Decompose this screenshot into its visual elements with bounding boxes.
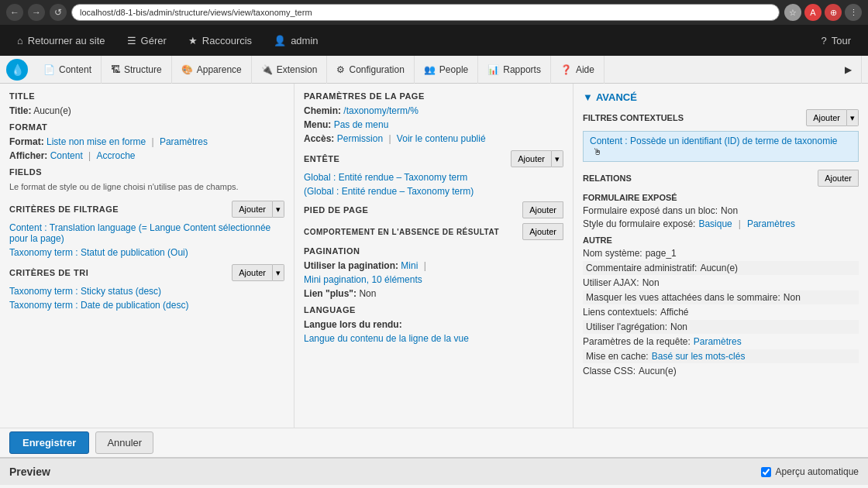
annuler-button[interactable]: Annuler (95, 431, 153, 454)
avance-title: ▼ AVANCÉ (583, 91, 859, 103)
format-value-link[interactable]: Liste non mise en forme (46, 136, 146, 147)
entete-item-2[interactable]: (Global : Entité rendue – Taxonomy term) (304, 186, 563, 197)
filtrage-item-1[interactable]: Content : Translation language (= Langue… (9, 222, 284, 244)
fields-description: Le format de style ou de ligne choisi n'… (9, 181, 284, 193)
preview-auto-label: Aperçu automatique (776, 466, 859, 477)
mise-cache-label: Mise en cache: (586, 351, 649, 362)
autre-section-header: AUTRE (583, 235, 859, 245)
acces-value[interactable]: Permission (337, 133, 383, 144)
back-button[interactable]: ← (6, 4, 23, 21)
form-expose-value: Non (721, 205, 738, 216)
manage-nav-item[interactable]: ☰ Gérer (116, 25, 177, 56)
title-field-row: Title: Aucun(e) (9, 105, 284, 116)
chemin-value[interactable]: /taxonomy/term/% (343, 105, 418, 116)
filtres-section-row: FILTRES CONTEXTUELS Ajouter ▾ (583, 109, 859, 126)
nom-sys-row: Nom système: page_1 (583, 248, 859, 259)
expand-icon: ▶ (845, 64, 852, 75)
entete-dropdown-button[interactable]: ▾ (552, 150, 563, 167)
format-label: Format: (9, 136, 44, 147)
relations-ajouter-button[interactable]: Ajouter (818, 170, 859, 187)
acces-link[interactable]: Voir le contenu publié (397, 133, 486, 144)
nav-aide[interactable]: ❓ Aide (551, 56, 604, 84)
langue-row: Langue lors du rendu: (304, 319, 563, 330)
form-expose-row: Formulaire exposé dans un bloc: Non (583, 205, 859, 216)
browser-bar: ← → ↺ ☆ A ⊕ ⋮ (0, 0, 868, 25)
left-panel: TITLE Title: Aucun(e) FORMAT Format: Lis… (0, 84, 294, 428)
home-nav-item[interactable]: ⌂ Retourner au site (6, 25, 116, 56)
forward-button[interactable]: → (28, 4, 45, 21)
afficher-value-link[interactable]: Content (50, 150, 83, 161)
acces-row: Accès: Permission | Voir le contenu publ… (304, 133, 563, 144)
filtres-ajouter-button[interactable]: Ajouter (806, 109, 847, 126)
profile-icon-2[interactable]: ⊕ (825, 4, 842, 21)
preview-auto-checkbox[interactable] (761, 467, 771, 477)
manage-icon: ☰ (127, 35, 136, 46)
tri-dropdown-button[interactable]: ▾ (273, 264, 284, 281)
help-nav-item[interactable]: ? Tour (810, 25, 862, 56)
style-form-value[interactable]: Basique (698, 218, 732, 229)
enregistrer-button[interactable]: Enregistrer (9, 431, 89, 454)
nav-content[interactable]: 📄 Content (34, 56, 102, 84)
filtrage-item-2[interactable]: Taxonomy term : Statut de publication (O… (9, 247, 284, 258)
pagination-header: PAGINATION (304, 246, 563, 256)
filtrage-dropdown-button[interactable]: ▾ (273, 201, 284, 218)
comportement-ajouter-button[interactable]: Ajouter (522, 223, 563, 240)
comportement-btn-group: Ajouter (522, 223, 563, 240)
star-icon[interactable]: ☆ (784, 4, 801, 21)
tri-ajouter-button[interactable]: Ajouter (232, 264, 273, 281)
comportement-section-row: COMPORTEMENT EN L'ABSENCE DE RÉSULTAT Aj… (304, 223, 563, 240)
langue-link[interactable]: Langue du contenu de la ligne de la vue (304, 333, 563, 344)
style-form-params-link[interactable]: Paramètres (747, 218, 795, 229)
afficher-accroche-link[interactable]: Accroche (97, 150, 136, 161)
commentaire-value: Aucun(e) (700, 263, 738, 273)
classe-value: Aucun(e) (639, 366, 677, 376)
admin-nav-item[interactable]: 👤 admin (263, 25, 329, 56)
pagination-label: Utiliser la pagination: (304, 260, 398, 271)
tri-item-2[interactable]: Taxonomy term : Date de publication (des… (9, 300, 284, 311)
shortcuts-nav-item[interactable]: ★ Raccourcis (177, 25, 263, 56)
lien-row: Lien "plus": Non (304, 288, 563, 299)
params-requete-value[interactable]: Paramètres (694, 336, 742, 347)
filtrage-btn-group: Ajouter ▾ (232, 201, 284, 218)
url-bar[interactable] (71, 4, 780, 21)
nav-structure[interactable]: 🏗 Structure (102, 56, 172, 84)
reload-button[interactable]: ↺ (50, 4, 67, 21)
menu-icon[interactable]: ⋮ (845, 4, 862, 21)
nav-extension[interactable]: 🔌 Extension (252, 56, 328, 84)
structure-label: Structure (124, 64, 162, 75)
menu-value[interactable]: Pas de menu (334, 119, 389, 130)
nav-apparence[interactable]: 🎨 Apparence (172, 56, 252, 84)
agregation-row: Utiliser l'agrégation: Non (583, 320, 859, 334)
entete-item-1[interactable]: Global : Entité rendue – Taxonomy term (304, 172, 563, 183)
contextual-filter-link[interactable]: Content : Possède un identifiant (ID) de… (590, 136, 838, 146)
nav-people[interactable]: 👥 People (415, 56, 478, 84)
profile-icon-1[interactable]: A (804, 4, 822, 21)
people-label: People (439, 64, 468, 75)
tri-item-1[interactable]: Taxonomy term : Sticky status (desc) (9, 286, 284, 297)
masquer-row: Masquer les vues attachées dans le somma… (583, 290, 859, 304)
nav-configuration[interactable]: ⚙ Configuration (327, 56, 414, 84)
rapports-icon: 📊 (487, 64, 499, 75)
shortcuts-icon: ★ (188, 35, 198, 46)
manage-label: Gérer (141, 35, 167, 46)
avance-label[interactable]: AVANCÉ (596, 91, 637, 103)
nav-rapports[interactable]: 📊 Rapports (478, 56, 551, 84)
filtres-dropdown-button[interactable]: ▾ (847, 109, 859, 126)
language-header: LANGUAGE (304, 305, 563, 314)
entete-ajouter-button[interactable]: Ajouter (511, 150, 552, 167)
pagination-value[interactable]: Mini (401, 260, 418, 271)
lien-value: Non (359, 288, 376, 299)
mini-pagination-link[interactable]: Mini pagination, 10 éléments (304, 274, 563, 285)
format-params-link[interactable]: Paramètres (160, 136, 208, 147)
pied-ajouter-button[interactable]: Ajouter (522, 201, 563, 218)
nom-sys-label: Nom système: (583, 248, 642, 259)
acces-label: Accès: (304, 133, 334, 144)
drupal-logo[interactable]: 💧 (6, 59, 28, 81)
commentaire-label: Commentaire administratif: (586, 263, 697, 273)
tri-section-header: CRITÈRES DE TRI (9, 268, 88, 277)
filtrage-ajouter-button[interactable]: Ajouter (232, 201, 273, 218)
nav-expand[interactable]: ▶ (835, 56, 862, 84)
contextual-filter-item[interactable]: Content : Possède un identifiant (ID) de… (583, 131, 859, 162)
browser-icons: ☆ A ⊕ ⋮ (784, 4, 862, 21)
mise-cache-value[interactable]: Basé sur les mots-clés (652, 351, 746, 362)
